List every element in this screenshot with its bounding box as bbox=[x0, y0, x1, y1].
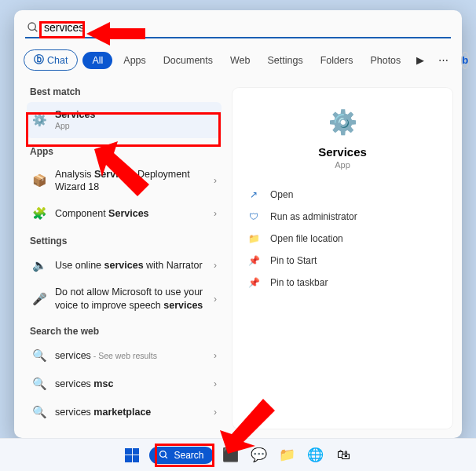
chevron-right-icon: › bbox=[214, 407, 217, 418]
chevron-right-icon: › bbox=[214, 260, 217, 271]
filter-apps[interactable]: Apps bbox=[117, 52, 152, 69]
start-button[interactable] bbox=[121, 444, 143, 466]
search-icon: 🔍 bbox=[31, 376, 47, 392]
result-sub: App bbox=[55, 121, 217, 132]
search-bar-container bbox=[14, 10, 462, 43]
result-web-services-marketplace[interactable]: 🔍 services marketplace › bbox=[27, 398, 222, 426]
result-text: Use online services with Narrator bbox=[55, 259, 206, 272]
taskbar-taskview[interactable]: ⬛ bbox=[220, 444, 242, 466]
result-services-app[interactable]: ⚙️ Services App bbox=[27, 102, 222, 138]
results-column: Best match ⚙️ Services App Apps 📦 Analys… bbox=[14, 78, 226, 438]
detail-title: Services bbox=[243, 145, 441, 159]
search-icon bbox=[159, 450, 169, 460]
windows-search-panel: ⓑChat All Apps Documents Web Settings Fo… bbox=[14, 10, 462, 438]
more-icon[interactable]: ⋯ bbox=[434, 53, 453, 68]
search-bar bbox=[25, 18, 451, 38]
chevron-right-icon: › bbox=[214, 350, 217, 361]
action-label: Run as administrator bbox=[270, 211, 357, 222]
result-text: Do not allow Microsoft to use your voice… bbox=[55, 286, 206, 312]
svg-line-3 bbox=[166, 456, 168, 458]
action-label: Open bbox=[270, 189, 293, 200]
section-best-match: Best match bbox=[27, 78, 222, 102]
result-text: Analysis Services Deployment Wizard 18 bbox=[55, 168, 206, 194]
open-icon: ↗ bbox=[247, 189, 261, 200]
result-text: services marketplace bbox=[55, 406, 206, 418]
section-apps: Apps bbox=[27, 138, 222, 162]
result-text: services - See web results bbox=[55, 349, 206, 362]
pin-icon: 📌 bbox=[247, 277, 261, 288]
folder-icon: 📁 bbox=[247, 233, 261, 244]
component-icon: 🧩 bbox=[31, 206, 47, 221]
filter-web[interactable]: Web bbox=[224, 52, 256, 69]
action-label: Pin to taskbar bbox=[270, 277, 328, 288]
shield-icon: 🛡 bbox=[247, 211, 261, 222]
filter-chat[interactable]: ⓑChat bbox=[24, 49, 78, 71]
narrator-icon: 🔈 bbox=[31, 257, 47, 273]
filter-all[interactable]: All bbox=[82, 52, 112, 69]
filter-documents[interactable]: Documents bbox=[157, 52, 219, 69]
filter-photos[interactable]: Photos bbox=[364, 52, 407, 69]
search-icon: 🔍 bbox=[31, 348, 47, 363]
chevron-right-icon: › bbox=[214, 378, 217, 389]
taskbar-store[interactable]: 🛍 bbox=[333, 444, 355, 466]
action-pin-start[interactable]: 📌Pin to Start bbox=[243, 250, 441, 272]
filter-folders[interactable]: Folders bbox=[314, 52, 360, 69]
content-row: Best match ⚙️ Services App Apps 📦 Analys… bbox=[14, 78, 462, 438]
filter-row: ⓑChat All Apps Documents Web Settings Fo… bbox=[14, 43, 462, 78]
filter-settings[interactable]: Settings bbox=[262, 52, 309, 69]
result-text: services msc bbox=[55, 378, 206, 390]
section-web: Search the web bbox=[27, 318, 222, 341]
result-speech-services[interactable]: 🎤 Do not allow Microsoft to use your voi… bbox=[27, 279, 222, 318]
filter-chat-label: Chat bbox=[47, 55, 68, 66]
search-input[interactable] bbox=[44, 21, 449, 34]
action-file-location[interactable]: 📁Open file location bbox=[243, 228, 441, 250]
result-narrator-services[interactable]: 🔈 Use online services with Narrator › bbox=[27, 251, 222, 279]
gear-icon: ⚙️ bbox=[31, 112, 47, 128]
package-icon: 📦 bbox=[31, 173, 47, 188]
detail-card: ⚙️ Services App ↗Open 🛡Run as administra… bbox=[233, 88, 452, 429]
action-label: Pin to Start bbox=[270, 255, 317, 266]
result-title: Services bbox=[55, 108, 217, 121]
result-text: Component Services bbox=[55, 207, 206, 220]
taskbar-edge[interactable]: 🌐 bbox=[305, 444, 327, 466]
result-web-services[interactable]: 🔍 services - See web results › bbox=[27, 341, 222, 370]
result-web-services-msc[interactable]: 🔍 services msc › bbox=[27, 370, 222, 398]
action-open[interactable]: ↗Open bbox=[243, 184, 441, 206]
result-text: Services App bbox=[55, 108, 217, 132]
chevron-right-icon: › bbox=[214, 175, 217, 186]
gear-icon: ⚙️ bbox=[243, 102, 441, 139]
taskbar-chat[interactable]: 💬 bbox=[248, 444, 270, 466]
pin-icon: 📌 bbox=[247, 255, 261, 266]
taskbar: Search ⬛ 💬 📁 🌐 🛍 bbox=[0, 438, 476, 471]
svg-point-0 bbox=[28, 23, 35, 30]
search-icon: 🔍 bbox=[31, 404, 47, 420]
play-icon[interactable]: ▶ bbox=[412, 53, 429, 68]
detail-column: ⚙️ Services App ↗Open 🛡Run as administra… bbox=[226, 78, 462, 438]
windows-logo-icon bbox=[125, 448, 139, 462]
svg-point-2 bbox=[160, 451, 167, 458]
action-pin-taskbar[interactable]: 📌Pin to taskbar bbox=[243, 272, 441, 294]
taskbar-search-button[interactable]: Search bbox=[149, 447, 213, 464]
taskbar-search-label: Search bbox=[174, 450, 203, 461]
svg-line-1 bbox=[35, 29, 37, 31]
result-sub: - See web results bbox=[91, 351, 157, 360]
taskbar-explorer[interactable]: 📁 bbox=[276, 444, 298, 466]
action-label: Open file location bbox=[270, 233, 343, 244]
action-run-admin[interactable]: 🛡Run as administrator bbox=[243, 206, 441, 228]
section-settings: Settings bbox=[27, 228, 222, 251]
result-component-services[interactable]: 🧩 Component Services › bbox=[27, 199, 222, 228]
chevron-right-icon: › bbox=[214, 294, 217, 305]
search-icon bbox=[27, 21, 39, 34]
detail-sub: App bbox=[243, 160, 441, 170]
result-analysis-wizard[interactable]: 📦 Analysis Services Deployment Wizard 18… bbox=[27, 162, 222, 200]
bing-icon[interactable]: b bbox=[461, 52, 469, 69]
chevron-right-icon: › bbox=[214, 208, 217, 219]
mic-icon: 🎤 bbox=[31, 291, 47, 307]
